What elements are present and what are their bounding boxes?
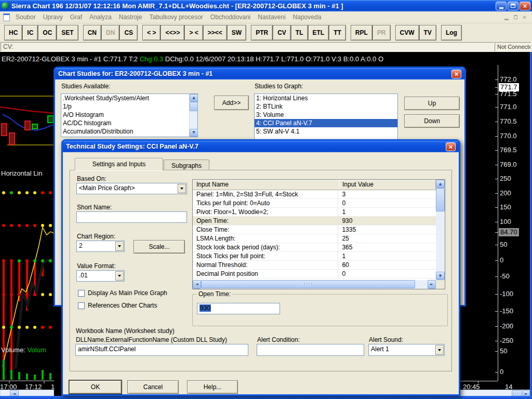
chart-studies-close-button[interactable]: ×: [451, 70, 461, 78]
graph-study-item[interactable]: 1: Horizontal Lines: [255, 94, 397, 102]
graph-study-item[interactable]: 5: SW aN-V 4.1: [255, 127, 397, 136]
toolbar-button-log[interactable]: Log: [441, 25, 462, 41]
scroll-right-icon[interactable]: ►: [523, 390, 530, 396]
chart-region-select[interactable]: 2: [76, 241, 125, 252]
chart-scrollbar-left[interactable]: ◄: [0, 390, 54, 396]
toolbar-button-ptr[interactable]: PTR: [251, 25, 273, 41]
menu-item-analyza[interactable]: Analyza: [86, 12, 115, 22]
scroll-up-icon[interactable]: ▲: [190, 94, 198, 102]
table-horizontal-scrollbar[interactable]: ◄ ►: [193, 280, 436, 289]
toolbar-button-cv[interactable]: CV: [273, 25, 291, 41]
toolbar-button-set[interactable]: SET: [57, 25, 78, 41]
input-row[interactable]: Panel: 1=Min, 2=Std 3=Full, 4=Stock3: [193, 190, 436, 199]
price-scale[interactable]: 772.0771.7771.5771.0770.5770.0769.5769.0…: [495, 52, 531, 396]
scale-button[interactable]: Scale...: [134, 240, 185, 254]
cancel-button[interactable]: Cancel: [127, 380, 179, 394]
toolbar-button-rpl[interactable]: RPL: [351, 25, 373, 41]
input-row[interactable]: Ticks per full point: 0=Auto0: [193, 199, 436, 208]
input-row[interactable]: Pivot: Floor=1, Woodie=2;1: [193, 208, 436, 217]
down-button[interactable]: Down: [404, 114, 460, 128]
close-button[interactable]: ×: [520, 2, 530, 10]
short-name-input[interactable]: [76, 211, 187, 223]
menu-item-nastroje[interactable]: Nastroje: [115, 12, 146, 22]
toolbar-button-item[interactable]: >><<: [203, 25, 227, 41]
scroll-left-icon[interactable]: ◄: [10, 390, 19, 396]
toolbar-button-cn[interactable]: CN: [83, 25, 101, 41]
scrollbar-thumb[interactable]: [512, 390, 522, 396]
alert-condition-input[interactable]: [257, 344, 364, 356]
input-row[interactable]: Close Time:1335: [193, 225, 436, 234]
toolbar-button-ic[interactable]: IC: [22, 25, 38, 41]
scroll-up-icon[interactable]: ▲: [436, 180, 445, 188]
chevron-down-icon[interactable]: [115, 271, 124, 281]
chevron-down-icon[interactable]: [435, 345, 444, 355]
ok-button[interactable]: OK: [69, 380, 122, 394]
document-icon[interactable]: [3, 14, 10, 21]
input-name-header[interactable]: Input Name: [193, 180, 339, 190]
studies-to-graph-list[interactable]: 1: Horizontal Lines2: BTLink3: Volume4: …: [254, 94, 398, 141]
settings-close-button[interactable]: ×: [446, 142, 456, 151]
chart-studies-title-bar[interactable]: Chart Studies for: ER2-200712-GLOBEX 3 m…: [55, 68, 464, 79]
toolbar-button-etl[interactable]: ETL: [308, 25, 329, 41]
scrollbar-thumb[interactable]: [190, 102, 198, 111]
studies-available-scrollbar[interactable]: ▲ ▼: [189, 94, 197, 137]
menu-item-graf[interactable]: Graf: [66, 12, 86, 22]
toolbar-button-item[interactable]: < >: [142, 25, 161, 41]
scrollbar-thumb[interactable]: [201, 280, 415, 288]
study-item[interactable]: 1/p: [61, 102, 189, 111]
study-item[interactable]: A/O Histogram: [61, 111, 189, 119]
value-format-select[interactable]: .01: [76, 270, 125, 282]
alert-sound-select[interactable]: Alert 1: [368, 344, 445, 356]
table-vertical-scrollbar[interactable]: ▲ ▼: [436, 180, 445, 280]
toolbar-button-cvw[interactable]: CVW: [395, 25, 419, 41]
references-other-charts-checkbox[interactable]: References Other Charts: [78, 302, 157, 309]
input-row[interactable]: Stock look back period (days):365: [193, 243, 436, 252]
toolbar-button-tv[interactable]: TV: [419, 25, 436, 41]
scrollbar-thumb[interactable]: [436, 188, 445, 211]
toolbar-button-oc[interactable]: OC: [38, 25, 57, 41]
chevron-down-icon[interactable]: [115, 242, 124, 251]
study-item[interactable]: .Worksheet Study/System/Alert: [61, 94, 189, 102]
menu-item-tabulkovy-procesor[interactable]: Tabulkovy procesor: [145, 12, 206, 22]
based-on-select[interactable]: <Main Price Graph>: [76, 183, 187, 194]
tab-subgraphs[interactable]: Subgraphs: [164, 159, 209, 170]
toolbar-button-item[interactable]: > <: [184, 25, 203, 41]
restore-button[interactable]: [508, 2, 518, 10]
chart-scrollbar-right[interactable]: ►: [460, 390, 530, 396]
help-button[interactable]: Help...: [187, 380, 238, 394]
scroll-right-icon[interactable]: ►: [428, 280, 436, 289]
toolbar-button-cs[interactable]: CS: [119, 25, 138, 41]
toolbar-button-tl[interactable]: TL: [291, 25, 308, 41]
input-row[interactable]: Decimal Point position0: [193, 270, 436, 278]
title-bar[interactable]: Sierra Chart 196 12/31/07 12:12:16 Mon A…: [0, 0, 532, 11]
input-row[interactable]: Open Time:930: [193, 217, 436, 225]
graph-study-item[interactable]: 2: BTLink: [255, 102, 397, 111]
input-row[interactable]: LSMA Length:25: [193, 234, 436, 243]
up-button[interactable]: Up: [404, 97, 460, 110]
display-as-main-checkbox[interactable]: Display As Main Price Graph: [78, 289, 167, 297]
menu-item-obchoddovani[interactable]: Obchoddovani: [207, 12, 254, 22]
tab-settings-and-inputs[interactable]: Settings and Inputs: [75, 158, 163, 170]
add-button[interactable]: Add>>: [214, 96, 249, 110]
menu-item-upravy[interactable]: Upravy: [39, 12, 66, 22]
open-time-input[interactable]: 930: [197, 303, 280, 314]
graph-study-item[interactable]: 4: CCI Panel aN-V.7: [255, 119, 397, 127]
study-item[interactable]: Accumulation/Distribution: [61, 127, 189, 136]
menu-item-soubor[interactable]: Soubor: [12, 12, 39, 22]
toolbar-button-hc[interactable]: HC: [4, 25, 22, 41]
graph-study-item[interactable]: 3: Volume: [255, 111, 397, 119]
mdi-child-controls[interactable]: ×: [502, 14, 529, 21]
toolbar-button-item[interactable]: <<>>: [161, 25, 184, 41]
menu-item-napoveda[interactable]: Napoveda: [289, 12, 325, 22]
input-value-header[interactable]: Input Value: [339, 180, 436, 190]
scroll-left-icon[interactable]: ◄: [193, 280, 201, 289]
scroll-down-icon[interactable]: ▼: [436, 272, 445, 280]
settings-title-bar[interactable]: Technical Study Settings: CCI Panel aN-V…: [63, 141, 459, 152]
chevron-down-icon[interactable]: [178, 184, 186, 193]
toolbar-button-sw[interactable]: SW: [227, 25, 246, 41]
dll-name-input[interactable]: amirNStuff.CCIPanel: [75, 344, 248, 356]
studies-available-list[interactable]: .Worksheet Study/System/Alert1/pA/O Hist…: [61, 94, 198, 137]
input-row[interactable]: Stock Ticks per full point:1: [193, 252, 436, 261]
toolbar-button-tt[interactable]: TT: [329, 25, 346, 41]
study-item[interactable]: AC/DC histogram: [61, 119, 189, 127]
